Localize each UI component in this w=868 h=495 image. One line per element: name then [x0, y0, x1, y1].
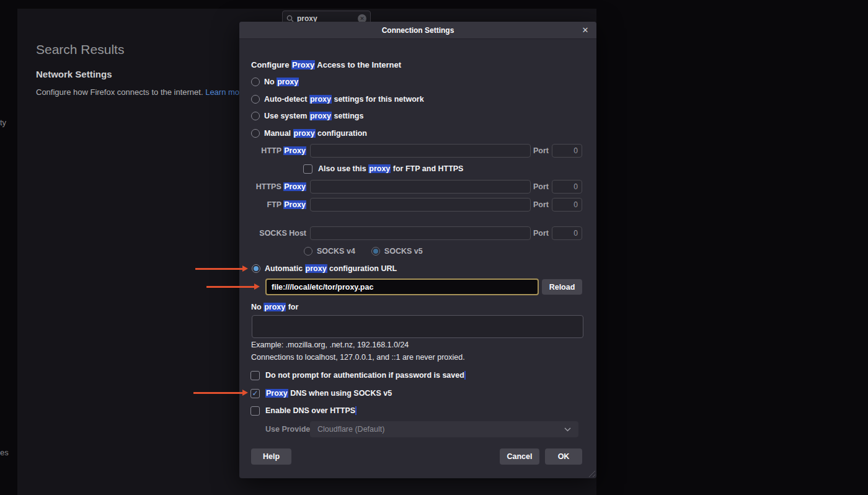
heading-text: Configure — [251, 60, 291, 69]
manual-proxy-radio[interactable] — [251, 129, 260, 138]
automatic-proxy-label: Automatic proxy configuration URL — [265, 264, 397, 273]
network-settings-description: Configure how Firefox connects to the in… — [36, 87, 247, 97]
label-text: Enable DNS over HTTPS — [265, 406, 355, 415]
socks-v4-label: SOCKS v4 — [317, 247, 355, 256]
cancel-button[interactable]: Cancel — [500, 448, 539, 465]
proxy-dns-checkbox[interactable]: ✓ — [250, 389, 260, 398]
label-text: No — [264, 78, 277, 86]
highlighted-word: proxy — [305, 264, 327, 273]
http-port-label: Port — [526, 144, 549, 158]
socks-port-input[interactable] — [552, 226, 582, 240]
proxy-dns-label: Proxy DNS when using SOCKS v5 — [265, 389, 392, 398]
automatic-proxy-radio[interactable] — [252, 264, 260, 273]
label-text: Do not prompt for authentication if pass… — [265, 371, 464, 380]
ftp-port-input[interactable] — [552, 198, 582, 212]
http-proxy-row: HTTP Proxy Port — [239, 144, 596, 158]
http-proxy-label: HTTP Proxy — [239, 144, 306, 158]
no-proxy-for-label: No proxy for — [251, 303, 298, 311]
highlighted-word: proxy — [264, 303, 286, 311]
label-text: Automatic — [265, 264, 305, 273]
enable-doh-label: Enable DNS over HTTPS — [265, 406, 356, 415]
highlighted-word — [464, 371, 466, 380]
label-text: HTTP — [261, 146, 283, 155]
label-text: Use system — [264, 112, 309, 120]
heading-text: Access to the Internet — [315, 60, 401, 69]
no-proxy-radio[interactable] — [251, 78, 260, 86]
label-text: for FTP and HTTPS — [391, 164, 463, 173]
ok-button[interactable]: OK — [545, 448, 582, 465]
socks-host-row: SOCKS Host Port — [239, 226, 596, 240]
no-auth-prompt-checkbox[interactable]: ✓ — [250, 371, 260, 380]
https-proxy-input[interactable] — [310, 180, 531, 194]
label-text: configuration URL — [327, 264, 397, 273]
highlighted-word: Proxy — [291, 60, 315, 69]
http-proxy-input[interactable] — [310, 144, 531, 158]
no-auth-prompt-label: Do not prompt for authentication if pass… — [265, 371, 466, 380]
example-text: Example: .mozilla.org, .net.nz, 192.168.… — [251, 341, 409, 349]
socks-v5-label: SOCKS v5 — [384, 247, 423, 256]
dns-https-row: ✓ Enable DNS over HTTPS — [250, 405, 356, 416]
socks-host-input[interactable] — [310, 226, 531, 240]
https-proxy-label: HTTPS Proxy — [239, 180, 306, 194]
highlighted-word: Proxy — [265, 389, 288, 398]
https-port-input[interactable] — [552, 180, 582, 194]
highlighted-word: proxy — [309, 95, 332, 104]
highlighted-word: proxy — [293, 129, 316, 138]
auth-prompt-row: ✓ Do not prompt for authentication if pa… — [250, 370, 466, 381]
highlighted-word: Proxy — [283, 146, 306, 155]
ftp-proxy-label: FTP Proxy — [239, 198, 306, 212]
socks-host-label: SOCKS Host — [239, 226, 306, 240]
manual-proxy-label: Manual proxy configuration — [264, 129, 367, 138]
enable-doh-checkbox[interactable]: ✓ — [250, 406, 260, 416]
no-proxy-for-textarea[interactable] — [252, 315, 583, 338]
dialog-heading: Configure Proxy Access to the Internet — [251, 60, 401, 69]
description-text: Configure how Firefox connects to the in… — [36, 87, 205, 97]
radio-row-manual-proxy: Manual proxy configuration — [251, 128, 367, 138]
sidebar-cut-text-top: ty — [0, 118, 6, 127]
http-port-input[interactable] — [552, 144, 582, 158]
provider-dropdown[interactable]: Cloudflare (Default) — [310, 421, 578, 437]
highlighted-word: proxy — [277, 78, 299, 86]
reload-button[interactable]: Reload — [542, 279, 582, 295]
also-use-row: ✓ Also use this proxy for FTP and HTTPS — [303, 163, 463, 174]
localhost-note-text: Connections to localhost, 127.0.0.1, and… — [251, 353, 465, 362]
search-icon — [286, 15, 294, 22]
dialog-header: Connection Settings — [239, 22, 596, 39]
ftp-proxy-input[interactable] — [310, 198, 531, 212]
socks-port-label: Port — [526, 226, 549, 240]
page-title: Search Results — [36, 42, 124, 57]
also-use-proxy-checkbox[interactable]: ✓ — [303, 164, 312, 174]
annotation-arrow-url-field — [206, 286, 254, 288]
network-settings-heading: Network Settings — [36, 69, 112, 79]
use-provider-label: Use Provider — [265, 425, 313, 434]
close-icon[interactable]: ✕ — [580, 25, 590, 35]
proxy-config-url-input[interactable] — [265, 279, 539, 295]
ftp-port-label: Port — [526, 198, 549, 212]
label-text: settings — [332, 112, 363, 120]
also-use-label: Also use this proxy for FTP and HTTPS — [318, 164, 463, 173]
proxy-dns-row: ✓ Proxy DNS when using SOCKS v5 — [250, 388, 392, 399]
no-proxy-label: No proxy — [264, 78, 299, 86]
highlighted-word: Proxy — [283, 200, 306, 209]
help-button[interactable]: Help — [251, 448, 291, 465]
socks-v5-radio[interactable] — [371, 247, 380, 256]
provider-value: Cloudflare (Default) — [317, 425, 564, 434]
system-proxy-radio[interactable] — [251, 112, 260, 120]
label-text: FTP — [267, 200, 283, 209]
label-text: configuration — [316, 129, 367, 138]
checkmark-icon: ✓ — [252, 389, 258, 398]
radio-row-auto-detect: Auto-detect proxy settings for this netw… — [251, 94, 424, 104]
chevron-down-icon — [564, 427, 571, 432]
system-proxy-label: Use system proxy settings — [264, 112, 363, 120]
connection-settings-dialog: Connection Settings ✕ Configure Proxy Ac… — [239, 22, 596, 478]
https-port-label: Port — [526, 180, 549, 194]
label-text: HTTPS — [256, 182, 283, 191]
label-text: DNS when using SOCKS v5 — [288, 389, 392, 398]
socks-v4-radio[interactable] — [304, 247, 312, 256]
sidebar-cut-text-bottom: es — [0, 448, 9, 457]
resize-grip[interactable] — [587, 469, 595, 477]
dialog-title: Connection Settings — [382, 26, 454, 35]
auto-detect-label: Auto-detect proxy settings for this netw… — [264, 95, 424, 104]
auto-detect-proxy-radio[interactable] — [251, 95, 260, 104]
auto-config-row: Automatic proxy configuration URL — [252, 264, 397, 274]
